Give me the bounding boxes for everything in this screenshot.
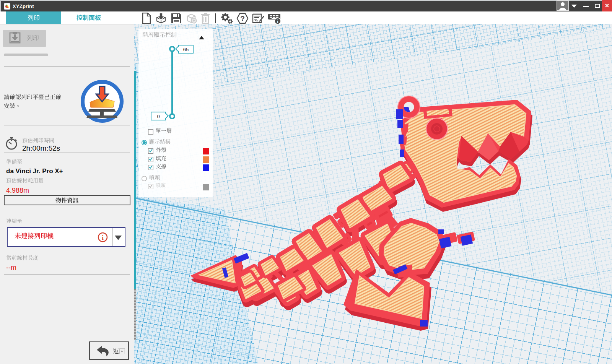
svg-text:?: ? [240, 15, 245, 23]
svg-text:i: i [102, 234, 104, 241]
